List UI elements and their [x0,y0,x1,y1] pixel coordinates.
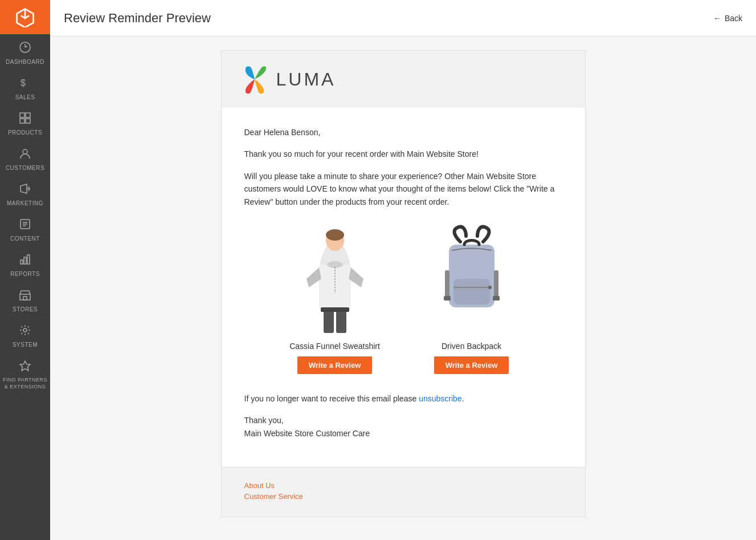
svg-marker-8 [21,184,27,193]
back-button[interactable]: ← Back [713,14,742,23]
footer-link-customer-service[interactable]: Customer Service [244,492,562,501]
sidebar-item-reports[interactable]: REPORTS [0,246,50,282]
email-paragraph2: Will you please take a minute to share y… [244,170,562,208]
products-icon [19,112,31,127]
sweatshirt-image [295,225,375,333]
svg-rect-4 [26,113,30,117]
sidebar-item-stores[interactable]: STORES [0,282,50,317]
svg-point-35 [488,286,492,289]
reports-icon [19,253,31,269]
svg-rect-36 [445,270,449,299]
signature-line: Main Website Store Customer Care [244,429,370,438]
svg-rect-31 [321,307,349,312]
sidebar: DASHBOARD $ SALES PRODUCTS CUSTOMERS MAR… [0,0,50,540]
svg-rect-38 [444,296,451,301]
back-arrow-icon: ← [713,14,721,23]
svg-rect-19 [20,294,30,300]
topbar: Review Reminder Preview ← Back [50,0,756,36]
email-header: LUMA [222,51,585,108]
sidebar-item-label: MARKETING [7,200,43,206]
sidebar-item-marketing[interactable]: MARKETING [0,176,50,211]
thank-you-text: Thank you, Main Website Store Customer C… [244,414,562,440]
svg-text:$: $ [21,78,26,88]
svg-point-21 [23,328,27,332]
product-name-backpack: Driven Backpack [442,342,501,351]
email-paragraph1: Thank you so much for your recent order … [244,148,562,160]
svg-rect-37 [494,270,498,299]
find-partners-icon [19,359,31,375]
footer-link-about[interactable]: About Us [244,481,562,490]
svg-marker-22 [20,361,30,371]
unsubscribe-link[interactable]: unsubscribe [419,394,462,403]
svg-rect-6 [26,119,30,123]
luma-logo-text: LUMA [276,69,336,90]
email-body: Dear Helena Benson, Thank you so much fo… [222,108,585,467]
thank-you-line: Thank you, [244,416,284,425]
svg-rect-3 [20,113,24,117]
dashboard-icon [19,41,31,56]
svg-rect-16 [21,260,23,264]
sidebar-item-label: CUSTOMERS [6,165,44,171]
svg-point-7 [23,149,27,154]
unsubscribe-paragraph: If you no longer want to receive this em… [244,392,562,405]
page-title: Review Reminder Preview [64,11,211,26]
page-content: LUMA Dear Helena Benson, Thank you so mu… [50,36,756,540]
luma-logo: LUMA [240,64,336,94]
write-review-button-sweatshirt[interactable]: Write a Review [297,356,373,374]
marketing-icon [19,182,31,198]
content-icon [19,218,31,233]
main-area: Review Reminder Preview ← Back [50,0,756,540]
svg-rect-29 [324,309,334,333]
sidebar-item-label: REPORTS [10,271,40,277]
stores-icon [19,289,31,304]
product-image-backpack [426,222,517,336]
svg-rect-20 [23,297,27,300]
svg-rect-5 [20,119,24,123]
system-icon [19,324,31,339]
sidebar-item-label: STORES [13,306,38,312]
sales-icon: $ [19,76,31,92]
sidebar-item-find-partners[interactable]: FIND PARTNERS & EXTENSIONS [0,352,50,399]
sidebar-item-content[interactable]: CONTENT [0,211,50,246]
svg-rect-30 [336,309,346,333]
sidebar-item-dashboard[interactable]: DASHBOARD [0,34,50,70]
svg-rect-39 [493,296,500,301]
product-card-sweatshirt: Cassia Funnel Sweatshirt Write a Review [278,222,392,374]
product-image-sweatshirt [289,222,381,336]
sidebar-item-label: SYSTEM [13,342,38,348]
backpack-image [435,225,509,333]
sidebar-item-system[interactable]: SYSTEM [0,317,50,352]
sidebar-item-label: CONTENT [10,236,40,242]
customers-icon [19,147,31,163]
email-preview: LUMA Dear Helena Benson, Thank you so mu… [221,50,586,517]
sidebar-item-label: FIND PARTNERS & EXTENSIONS [2,377,48,390]
sidebar-item-label: PRODUCTS [8,129,42,136]
unsubscribe-text-before: If you no longer want to receive this em… [244,394,419,403]
write-review-button-backpack[interactable]: Write a Review [434,356,509,374]
luma-logo-icon [240,64,269,94]
email-greeting: Dear Helena Benson, [244,126,562,139]
products-section: Cassia Funnel Sweatshirt Write a Review [244,222,562,374]
sidebar-item-label: SALES [15,94,35,100]
unsubscribe-text-after: . [462,394,464,403]
product-name-sweatshirt: Cassia Funnel Sweatshirt [289,342,380,351]
magento-logo-icon [15,7,35,27]
sidebar-item-products[interactable]: PRODUCTS [0,105,50,140]
sidebar-item-sales[interactable]: $ SALES [0,70,50,105]
svg-rect-18 [27,255,30,264]
email-footer: About Us Customer Service [222,467,585,517]
sidebar-item-customers[interactable]: CUSTOMERS [0,140,50,176]
svg-rect-17 [24,257,26,264]
product-card-backpack: Driven Backpack Write a Review [415,222,529,374]
svg-rect-33 [453,279,490,304]
back-label: Back [725,14,742,23]
svg-point-25 [326,229,344,241]
sidebar-logo[interactable] [0,0,50,34]
sidebar-item-label: DASHBOARD [6,59,44,65]
